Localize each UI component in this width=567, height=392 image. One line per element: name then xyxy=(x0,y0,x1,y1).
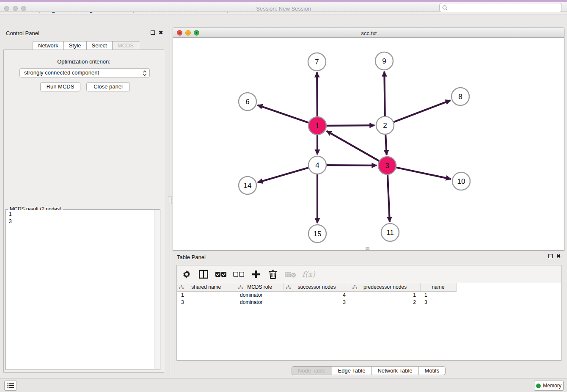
edge-3-1[interactable] xyxy=(327,131,380,161)
node-label-7: 7 xyxy=(315,58,319,66)
node-label-10: 10 xyxy=(457,177,465,185)
tab-edge-table[interactable]: Edge Table xyxy=(332,366,372,375)
settings-icon[interactable] xyxy=(181,268,192,280)
mcds-panel: Optimization criterion: strongly connect… xyxy=(3,50,164,373)
tab-network[interactable]: Network xyxy=(33,41,63,50)
control-panel-title: Control Panel xyxy=(6,30,39,36)
column-header-name[interactable]: name xyxy=(420,283,456,291)
node-label-4: 4 xyxy=(315,161,319,169)
close-panel-button[interactable]: Close panel xyxy=(86,82,130,91)
function-builder-icon[interactable]: f(x) xyxy=(302,268,315,280)
search-field[interactable] xyxy=(439,3,562,12)
deselect-all-checks-icon[interactable] xyxy=(233,268,245,280)
table-cell[interactable]: 1 xyxy=(350,291,420,298)
application-window: Session: New Session xyxy=(0,0,567,392)
table-cell[interactable]: 2 xyxy=(350,298,420,306)
table-cell[interactable]: dominator xyxy=(236,298,284,306)
column-header-predecessor-nodes[interactable]: predecessor nodes xyxy=(350,283,420,291)
table-cell[interactable]: 3 xyxy=(420,298,456,306)
node-label-14: 14 xyxy=(244,182,252,190)
close-panel-icon[interactable]: ✖ xyxy=(159,30,163,35)
column-header-label: name xyxy=(432,284,444,290)
criterion-value: strongly connected component xyxy=(24,69,99,76)
mcds-result-textarea[interactable]: 1 3 xyxy=(6,210,160,369)
table-row[interactable]: 3dominator323 xyxy=(177,298,465,306)
memory-status-icon xyxy=(536,384,541,388)
edge-4-14[interactable] xyxy=(258,167,310,182)
tab-style[interactable]: Style xyxy=(63,41,86,50)
float-panel-icon[interactable] xyxy=(548,254,553,258)
column-header-successor-nodes[interactable]: successor nodes xyxy=(284,283,350,291)
table-filler xyxy=(456,283,465,291)
tab-select[interactable]: Select xyxy=(86,41,112,50)
tab-network-table[interactable]: Network Table xyxy=(371,366,418,375)
tab-mcds[interactable]: MCDS xyxy=(112,41,139,50)
column-header-MCDS-role[interactable]: MCDS role xyxy=(236,283,284,291)
table-cell[interactable]: 4 xyxy=(284,291,350,298)
node-attribute-table[interactable]: shared nameMCDS rolesuccessor nodesprede… xyxy=(177,283,465,306)
tab-node-table[interactable]: Node Table xyxy=(292,366,332,375)
vertical-splitter-handle[interactable] xyxy=(168,196,172,204)
list-icon xyxy=(7,383,14,389)
table-cell[interactable]: 3 xyxy=(177,298,236,306)
column-header-label: shared name xyxy=(191,284,221,290)
control-panel-tabs: NetworkStyleSelectMCDS xyxy=(33,41,139,50)
search-input[interactable] xyxy=(449,5,561,11)
node-table-container: f(x) shared nameMCDS rolesuccessor nodes… xyxy=(176,265,561,361)
node-label-9: 9 xyxy=(382,57,386,65)
run-mcds-button[interactable]: Run MCDS xyxy=(40,82,80,91)
network-window-titlebar[interactable]: × − + scc.txt xyxy=(173,28,564,38)
dropdown-stepper-icon xyxy=(143,70,147,77)
select-all-checks-icon[interactable] xyxy=(215,268,227,280)
canvas-resize-grip[interactable] xyxy=(366,247,369,250)
column-header-shared-name[interactable]: shared name xyxy=(177,283,236,291)
criterion-label: Optimization criterion: xyxy=(4,58,164,65)
edge-2-9[interactable] xyxy=(384,72,385,117)
split-view-icon[interactable] xyxy=(198,268,209,280)
table-toolbar: f(x) xyxy=(177,265,561,283)
table-panel-title: Table Panel xyxy=(177,254,206,260)
node-label-8: 8 xyxy=(458,93,462,101)
delete-table-icon[interactable] xyxy=(284,268,296,280)
edge-1-2[interactable] xyxy=(325,125,374,126)
table-cell[interactable]: 1 xyxy=(177,291,236,298)
table-cell-empty xyxy=(456,291,465,298)
control-panel-controls: ✖ xyxy=(151,30,163,35)
network-view-title: scc.txt xyxy=(173,30,565,36)
edge-3-10[interactable] xyxy=(395,167,451,179)
column-header-label: successor nodes xyxy=(297,284,336,290)
add-column-icon[interactable] xyxy=(250,268,261,280)
edge-4-3[interactable] xyxy=(325,165,377,166)
column-header-label: predecessor nodes xyxy=(363,284,407,290)
network-canvas[interactable]: 1234678910111415 xyxy=(173,38,564,251)
edge-2-8[interactable] xyxy=(393,100,451,122)
network-graph: 1234678910111415 xyxy=(173,38,564,250)
edge-3-11[interactable] xyxy=(388,174,390,222)
close-panel-icon[interactable]: ✖ xyxy=(556,254,561,258)
result-scrollbar[interactable] xyxy=(154,210,160,369)
edge-1-7[interactable] xyxy=(317,72,317,118)
node-label-6: 6 xyxy=(245,98,249,106)
network-view-window: × − + scc.txt 1234678910111415 xyxy=(173,28,564,251)
float-panel-icon[interactable] xyxy=(151,30,155,35)
node-label-2: 2 xyxy=(383,121,387,130)
node-label-3: 3 xyxy=(385,162,389,170)
table-cell[interactable]: 3 xyxy=(284,298,350,306)
edge-1-6[interactable] xyxy=(258,105,310,123)
task-history-button[interactable] xyxy=(4,381,17,391)
table-row[interactable]: 1dominator411 xyxy=(177,291,465,298)
table-cell[interactable]: 1 xyxy=(420,291,456,298)
delete-column-icon[interactable] xyxy=(267,268,278,280)
edge-2-3[interactable] xyxy=(385,133,387,155)
table-panel-controls: ✖ xyxy=(548,254,561,258)
table-cell[interactable]: dominator xyxy=(236,291,284,298)
search-icon xyxy=(442,5,448,11)
tab-motifs[interactable]: Motifs xyxy=(418,366,446,375)
node-label-15: 15 xyxy=(314,230,322,238)
node-label-11: 11 xyxy=(386,229,394,237)
table-panel-tabs: Node TableEdge TableNetwork TableMotifs xyxy=(292,366,446,375)
column-header-label: MCDS role xyxy=(247,284,272,290)
memory-label: Memory xyxy=(543,383,561,389)
memory-button[interactable]: Memory xyxy=(534,381,564,391)
criterion-dropdown[interactable]: strongly connected component xyxy=(19,68,150,77)
